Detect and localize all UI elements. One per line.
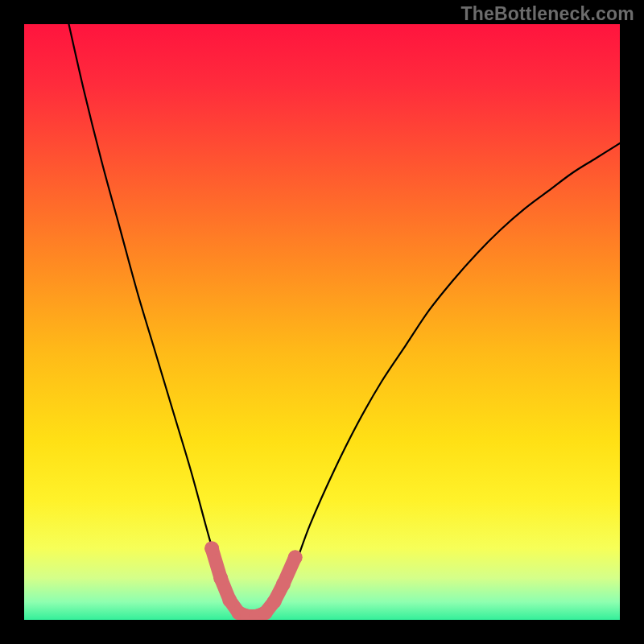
highlight-dot — [267, 594, 282, 609]
highlight-dot — [222, 593, 237, 608]
optimal-range-markers — [204, 541, 303, 620]
bottleneck-curve — [69, 24, 621, 617]
plot-area — [24, 24, 620, 620]
highlight-dot — [204, 541, 219, 555]
chart-frame: TheBottleneck.com — [0, 0, 644, 644]
highlight-dot — [213, 571, 228, 585]
curve-layer — [24, 24, 620, 620]
highlight-dot — [258, 605, 273, 620]
highlight-dot — [276, 577, 291, 592]
highlight-dot — [288, 550, 303, 564]
watermark-text: TheBottleneck.com — [460, 3, 634, 25]
